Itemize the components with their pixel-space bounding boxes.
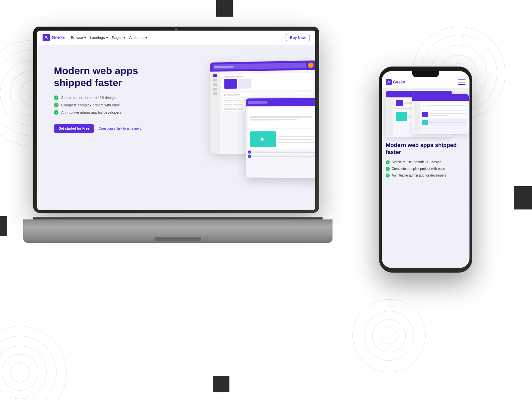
phone-device: Geeks	[379, 66, 472, 273]
sidebar-item-3	[213, 88, 217, 90]
phone-outer: Geeks	[379, 66, 472, 273]
search-icon-small	[224, 94, 226, 96]
deco-circles-bottom-right	[352, 299, 426, 372]
brand-icon	[43, 34, 50, 41]
nav-more-dots[interactable]: ···	[151, 35, 155, 40]
dash-search-row	[222, 92, 314, 97]
buy-now-button[interactable]: Buy Now	[286, 34, 310, 41]
laptop-hero-title: Modern web apps shipped faster	[54, 65, 154, 89]
dash-topbar-2	[246, 98, 315, 106]
feature-item-1: ✓ Simple to use, beautiful UI design	[54, 95, 154, 100]
check-row-2: ✓	[248, 155, 315, 158]
laptop-hero-left: Modern web apps shipped faster ✓ Simple …	[54, 58, 154, 204]
phone-screen: Geeks	[382, 71, 469, 268]
dash-card-title-1	[224, 76, 243, 78]
laptop-features-list: ✓ Simple to use, beautiful UI design ✓ C…	[54, 95, 154, 115]
check-icon-2: ✓	[54, 103, 59, 107]
ss2-purple-rect	[422, 112, 428, 117]
dash2-row-2	[248, 129, 315, 150]
phone-ss-2	[412, 94, 469, 134]
phone-check-2: ✓	[386, 167, 390, 171]
phone-ss1-sidebar	[387, 99, 393, 136]
dash2-main: ✓ ✓	[246, 106, 315, 178]
ss2-search-text	[425, 105, 466, 106]
dash-search-bar	[213, 63, 306, 69]
deco-square-top	[216, 0, 233, 17]
feature-item-3: ✓ An intuitive admin app for developers	[54, 110, 154, 115]
dash-card-1	[222, 73, 314, 91]
phone-feature-text-2: Complete complex project with ease	[392, 167, 445, 171]
check-row-1: ✓	[248, 151, 315, 154]
dash2-text-block	[250, 110, 315, 126]
deco-circles-bottom-left	[0, 326, 66, 399]
mini-card-purple-1	[224, 79, 237, 89]
phone-check-3: ✓	[386, 174, 390, 178]
dashboard-screenshot-2: ✓ ✓	[246, 98, 315, 179]
dash2-content-line-1	[278, 135, 315, 137]
cell-5	[233, 104, 243, 105]
laptop-base	[23, 219, 332, 243]
feature-text-1: Simple to use, beautiful UI design	[61, 96, 116, 100]
phone-notch	[412, 71, 439, 77]
check-1: ✓	[248, 151, 251, 154]
cell-4	[224, 104, 232, 105]
ss-teal-rect-1	[396, 112, 407, 121]
nav-pages[interactable]: Pages ▾	[112, 36, 125, 40]
ss2-line-3	[429, 122, 466, 123]
phone-check-1: ✓	[386, 160, 390, 164]
dash2-check-section: ✓ ✓	[248, 151, 315, 160]
dash2-content-line-3	[278, 141, 315, 143]
dash2-line-2	[250, 118, 296, 120]
ss2-search-icon	[423, 105, 424, 107]
ss2-lines	[429, 112, 466, 117]
sidebar-item-2	[213, 83, 217, 86]
ss-purple-rect-1	[396, 100, 403, 106]
search-text-content	[227, 94, 240, 95]
phone-hero-title: Modern web apps shipped faster	[386, 142, 466, 156]
cell-7	[238, 108, 243, 110]
check-line-2	[252, 156, 315, 157]
hamburger-menu[interactable]	[458, 79, 466, 85]
nav-accounts[interactable]: Accounts ▾	[129, 36, 147, 40]
dash-sidebar-1	[210, 71, 220, 154]
hamburger-line-1	[458, 79, 466, 80]
check-icon-3: ✓	[54, 110, 59, 115]
phone-ss2-main	[421, 102, 467, 132]
laptop-navbar: Geeks Browse ▾ Landings ▾ Pages ▾ Accoun…	[37, 31, 315, 45]
dash-avatar	[308, 63, 314, 68]
play-icon	[261, 137, 265, 141]
feature-item-2: ✓ Complete complex project with ease	[54, 103, 154, 107]
hero-buttons: Get started for Free Questions? Talk to …	[54, 124, 154, 133]
sidebar-item-active	[213, 74, 217, 77]
phone-feature-text-3: An intuitive admin app for developers	[392, 173, 447, 178]
phone-content: Modern web apps shipped faster ✓ Simple …	[382, 88, 469, 178]
dash2-lines-block	[278, 131, 315, 147]
phone-brand-icon	[386, 79, 392, 85]
laptop-screen-outer: Geeks Browse ▾ Landings ▾ Pages ▾ Accoun…	[33, 27, 319, 213]
phone-ss2-bar	[412, 94, 469, 101]
laptop-camera	[175, 28, 178, 31]
dash2-row-1	[248, 108, 315, 128]
talk-to-expert-link[interactable]: Questions? Talk to an expert	[99, 127, 141, 130]
sidebar-item-4	[213, 92, 217, 95]
laptop-brand-logo: Geeks	[43, 34, 66, 41]
check-2: ✓	[248, 155, 251, 158]
laptop-hero-section: Modern web apps shipped faster ✓ Simple …	[37, 45, 315, 210]
hamburger-line-3	[458, 84, 466, 85]
dash2-title-bar	[248, 101, 267, 104]
phone-feature-1: ✓ Simple to use, beautiful UI design	[386, 160, 466, 165]
phone-ss2-card	[421, 111, 467, 118]
phone-ss2-content	[412, 101, 469, 134]
get-started-button[interactable]: Get started for Free	[54, 124, 94, 133]
nav-browse[interactable]: Browse ▾	[71, 36, 86, 40]
mini-card-light-1	[238, 78, 251, 88]
laptop-hero-right: ✓ ✓	[160, 58, 305, 204]
dash2-line-1	[250, 116, 312, 118]
dash2-content-line-2	[278, 138, 313, 140]
laptop-device: Geeks Browse ▾ Landings ▾ Pages ▾ Accoun…	[33, 27, 323, 243]
ss2-search	[421, 102, 467, 109]
ss2-lines-2	[429, 120, 466, 125]
ss2-teal-rect	[422, 120, 428, 125]
check-icon-1: ✓	[54, 95, 59, 100]
nav-landings[interactable]: Landings ▾	[90, 36, 108, 40]
